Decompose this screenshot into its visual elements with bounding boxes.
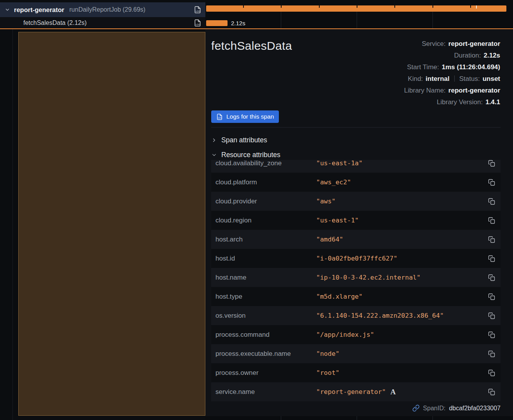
chevron-down-icon[interactable]	[5, 7, 10, 12]
meta-divider	[454, 75, 455, 82]
copy-icon[interactable]	[487, 235, 496, 244]
attribute-value: "ip-10-0-3-42.ec2.internal"	[316, 274, 420, 281]
meta-label: Service:	[422, 40, 445, 47]
logs-button-label: Logs for this span	[226, 113, 274, 120]
copy-icon[interactable]	[487, 160, 496, 168]
logs-for-span-button[interactable]: LOG Logs for this span	[211, 110, 279, 123]
span-meta-line: Service:report-generator	[404, 38, 500, 50]
child-span-bar[interactable]	[206, 20, 228, 26]
child-span-duration-label: 2.12s	[231, 20, 245, 26]
attribute-key: cloud.availability_zone	[215, 160, 316, 167]
attribute-key: process.owner	[215, 369, 316, 377]
timeline-tick	[432, 0, 433, 8]
attributes-list[interactable]: cloud.availability_zone "us-east-1a" clo…	[211, 160, 501, 401]
copy-icon[interactable]	[487, 292, 496, 301]
attributes-rows: cloud.availability_zone "us-east-1a" clo…	[211, 160, 501, 401]
span-attributes-toggle[interactable]: Span attributes	[211, 133, 267, 147]
attribute-row: host.arch "amd64"	[211, 230, 501, 249]
attribute-row: os.version "6.1.140-154.222.amzn2023.x86…	[211, 306, 501, 325]
attribute-row: host.name "ip-10-0-3-42.ec2.internal"	[211, 268, 501, 287]
span-meta-line: Start Time:1ms (11:26:04.694)	[404, 61, 500, 73]
timeline-tick	[281, 0, 282, 8]
meta-label: Duration:	[454, 52, 481, 59]
attribute-value: "m5d.xlarge"	[316, 293, 362, 300]
copy-icon[interactable]	[487, 254, 496, 263]
attribute-key: host.type	[215, 293, 316, 301]
chevron-right-icon	[211, 137, 217, 143]
attribute-key: service.name	[215, 388, 316, 396]
span-meta: Service:report-generatorDuration:2.12sSt…	[404, 38, 500, 108]
logs-icon[interactable]: LOG	[194, 19, 201, 27]
span-title: fetchSalesData	[211, 39, 292, 52]
attribute-key: host.arch	[215, 236, 316, 243]
attribute-row: host.id "i-0a02fbe0f37ffc627"	[211, 249, 501, 268]
svg-text:LOG: LOG	[218, 117, 222, 119]
attribute-value: "us-east-1"	[316, 217, 359, 224]
meta-label: Start Time:	[407, 63, 439, 71]
attribute-value: "i-0a02fbe0f37ffc627"	[316, 255, 397, 262]
panel-divider	[211, 127, 501, 128]
copy-icon[interactable]	[487, 331, 496, 339]
meta-label: Status:	[459, 75, 480, 82]
section-label: Span attributes	[221, 136, 267, 144]
span-tree: report-generator runDailyReportJob (29.6…	[0, 2, 205, 28]
root-service-name: report-generator	[14, 6, 64, 14]
attribute-row: process.executable.name "node"	[211, 344, 501, 363]
attribute-value: "report-generator"	[316, 388, 386, 396]
attribute-row: host.type "m5d.xlarge"	[211, 287, 501, 306]
attribute-value: "aws_ec2"	[316, 178, 351, 186]
attribute-key: process.command	[215, 331, 316, 339]
timeline-tick	[357, 0, 357, 8]
meta-value: 2.12s	[483, 52, 500, 59]
copy-icon[interactable]	[487, 178, 496, 187]
attribute-key: host.id	[215, 255, 316, 262]
svg-text:LOG: LOG	[196, 23, 200, 25]
span-details-panel: fetchSalesData Service:report-generatorD…	[205, 29, 513, 416]
logs-icon[interactable]: LOG	[194, 6, 201, 14]
attribute-key: process.executable.name	[215, 350, 316, 358]
attribute-key: cloud.region	[215, 217, 316, 224]
attribute-key: host.name	[215, 274, 316, 282]
link-icon[interactable]	[412, 404, 420, 412]
logs-icon: LOG	[216, 114, 223, 120]
attribute-key: os.version	[215, 312, 316, 320]
attribute-key: cloud.provider	[215, 198, 316, 205]
spanid-value: dbcaf2bfa0233007	[449, 405, 501, 412]
span-meta-line: Kind:internalStatus:unset	[404, 73, 500, 85]
copy-icon[interactable]	[487, 216, 496, 225]
attribute-value: "root"	[316, 369, 340, 376]
attribute-row: cloud.platform "aws_ec2"	[211, 173, 501, 192]
attribute-value: "6.1.140-154.222.amzn2023.x86_64"	[316, 312, 444, 319]
svg-text:LOG: LOG	[196, 10, 200, 12]
attribute-value: "node"	[316, 350, 340, 357]
span-meta-line: Duration:2.12s	[404, 50, 500, 61]
span-event-marker	[476, 5, 477, 9]
meta-label: Library Name:	[404, 87, 446, 94]
attribute-row: cloud.region "us-east-1"	[211, 211, 501, 230]
copy-icon[interactable]	[487, 369, 496, 377]
selected-span-region[interactable]	[18, 32, 205, 416]
meta-value: report-generator	[448, 87, 500, 94]
child-span-name: fetchSalesData (2.12s)	[23, 19, 87, 26]
attribute-row: cloud.availability_zone "us-east-1a"	[211, 160, 501, 173]
span-row-child[interactable]: fetchSalesData (2.12s) LOG	[0, 17, 205, 28]
spanid-label: SpanID:	[423, 405, 446, 412]
meta-label: Kind:	[408, 75, 423, 82]
string-type-icon: A	[390, 388, 396, 396]
copy-icon[interactable]	[487, 273, 496, 282]
copy-icon[interactable]	[487, 350, 496, 358]
copy-icon[interactable]	[487, 197, 496, 206]
attribute-row: process.command "/app/index.js"	[211, 325, 501, 344]
span-id-footer: SpanID: dbcaf2bfa0233007	[412, 404, 501, 412]
attribute-value: "/app/index.js"	[316, 331, 374, 338]
root-span-bar[interactable]	[206, 5, 506, 12]
root-operation-name: runDailyReportJob (29.69s)	[69, 6, 145, 13]
attribute-value: "aws"	[316, 198, 336, 205]
attribute-row: cloud.provider "aws"	[211, 192, 501, 211]
copy-icon[interactable]	[487, 388, 496, 396]
section-label: Resource attributes	[221, 151, 280, 159]
span-row-root[interactable]: report-generator runDailyReportJob (29.6…	[0, 2, 205, 17]
span-meta-line: Library Name:report-generator	[404, 85, 500, 96]
meta-label: Library Version:	[437, 98, 483, 106]
copy-icon[interactable]	[487, 312, 496, 320]
